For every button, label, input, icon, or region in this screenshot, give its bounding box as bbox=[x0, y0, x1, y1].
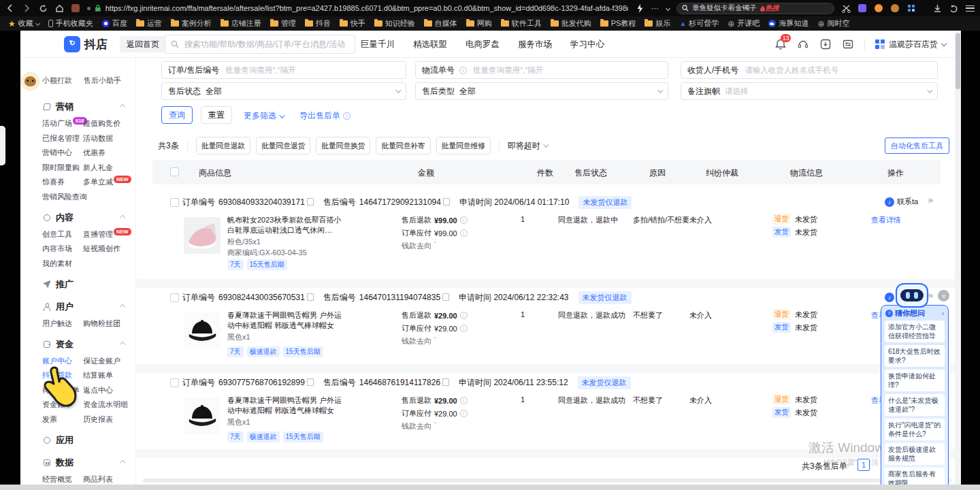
batch-button-批量同意退货[interactable]: 批量同意退货 bbox=[256, 137, 310, 154]
filter-order-no-input[interactable] bbox=[224, 65, 399, 75]
reset-button[interactable]: 重置 bbox=[201, 106, 232, 124]
sidebar-section-内容[interactable]: 内容 bbox=[20, 212, 135, 224]
bookmark-item[interactable]: PS教程 bbox=[600, 18, 636, 29]
batch-button-批量同意维修[interactable]: 批量同意维修 bbox=[436, 137, 491, 154]
scissors-icon[interactable] bbox=[841, 3, 851, 13]
batch-button-批量同意退款[interactable]: 批量同意退款 bbox=[196, 137, 250, 154]
copy-icon[interactable] bbox=[308, 380, 314, 386]
app-search[interactable] bbox=[165, 35, 355, 54]
money-flow-link[interactable]: 钱款去向ˆ bbox=[402, 241, 436, 251]
dog-extension-icon[interactable] bbox=[890, 3, 900, 13]
copy-icon[interactable] bbox=[444, 380, 449, 386]
sidebar-item-多单立减[interactable]: 多单立减NEW bbox=[83, 178, 135, 186]
bookmark-item[interactable]: ⊕阅时空 bbox=[817, 18, 849, 29]
chevron-right-icon[interactable]: › bbox=[942, 310, 944, 317]
nav-item-精选联盟[interactable]: 精选联盟 bbox=[413, 39, 447, 50]
order-checkbox[interactable] bbox=[170, 198, 179, 207]
bookmark-item[interactable]: ★收藏 bbox=[8, 18, 39, 29]
orange-extension-icon[interactable] bbox=[874, 3, 883, 13]
sidebar-item-活动广场[interactable]: 活动广场618 bbox=[42, 119, 83, 128]
app-search-input[interactable] bbox=[183, 39, 349, 50]
assistant-question[interactable]: 添加官方小二微信获得经营指导 bbox=[885, 321, 945, 342]
sidebar-item-small-payment[interactable]: 小额打款 bbox=[42, 76, 72, 86]
bookmark-item[interactable]: ⊕开课吧 bbox=[728, 18, 760, 29]
nav-item-服务市场[interactable]: 服务市场 bbox=[518, 39, 552, 50]
assistant-question[interactable]: 什么是"未发货极速退款"? bbox=[885, 394, 945, 416]
contact-buyer-link[interactable]: ♪联系ta bbox=[885, 197, 918, 207]
view-details-link[interactable]: 查看详情 bbox=[871, 215, 901, 225]
filter-tracking-no[interactable]: 物流单号 i bbox=[415, 61, 668, 79]
sidebar-section-应用[interactable]: 应用 bbox=[20, 434, 135, 446]
browser-search[interactable]: 章鱼疑似卡着金镯子 热搜 bbox=[676, 3, 834, 14]
lightning-icon[interactable] bbox=[635, 3, 644, 13]
grid-extension-icon[interactable] bbox=[906, 3, 916, 13]
sidebar-section-资金[interactable]: 资金 bbox=[20, 338, 135, 350]
undo-icon[interactable] bbox=[949, 3, 958, 13]
sidebar-section-推广[interactable]: 推广 bbox=[20, 278, 135, 291]
download-center-icon[interactable] bbox=[819, 38, 832, 50]
sidebar-item-营销风险查询[interactable]: 营销风险查询 bbox=[42, 193, 83, 201]
store-switcher[interactable]: 温观莎百店货 bbox=[875, 39, 946, 50]
sidebar-item-账户中心[interactable]: 账户中心 bbox=[42, 357, 83, 365]
bookmark-item[interactable]: 网购 bbox=[466, 18, 492, 29]
sidebar-item-营销中心[interactable]: 营销中心 bbox=[42, 148, 83, 157]
sidebar-item-保证金账户[interactable]: 保证金账户 bbox=[83, 357, 135, 365]
bookmark-item[interactable]: 案例分析 bbox=[171, 18, 212, 29]
nav-item-巨量千川[interactable]: 巨量千川 bbox=[361, 39, 395, 50]
sidebar-item-aftersale-helper[interactable]: 售后小助手 bbox=[84, 76, 121, 86]
filter-aftersale-status-select[interactable]: 售后状态 全部 bbox=[161, 82, 406, 100]
money-flow-link[interactable]: 钱款去向ˆ bbox=[402, 421, 436, 431]
sidebar-item-历史报表[interactable]: 历史报表 bbox=[83, 415, 135, 424]
purple-extension-icon[interactable] bbox=[858, 3, 867, 13]
bookmark-item[interactable]: 自媒体 bbox=[424, 18, 457, 29]
order-checkbox[interactable] bbox=[170, 378, 179, 387]
close-icon[interactable]: × bbox=[938, 290, 949, 301]
sidebar-section-数据[interactable]: 数据 bbox=[20, 457, 135, 469]
mascot-assistant-icon[interactable] bbox=[21, 72, 39, 91]
pager-prev-icon[interactable]: ‹ bbox=[847, 460, 849, 470]
money-flow-link[interactable]: 钱款去向ˆ bbox=[402, 336, 436, 346]
chevron-down-icon[interactable] bbox=[666, 5, 670, 10]
bookmark-item[interactable]: 娱乐 bbox=[644, 18, 670, 29]
sidebar-item-已报名管理[interactable]: 已报名管理 bbox=[42, 134, 83, 143]
sidebar-item-经营概览[interactable]: 经营概览 bbox=[42, 475, 83, 484]
assistant-question[interactable]: 发货后极速退款服务规范 bbox=[885, 443, 945, 465]
download-icon[interactable] bbox=[932, 3, 942, 13]
auto-aftersale-tool-button[interactable]: 自动化售后工具 bbox=[885, 137, 949, 154]
customer-service-icon[interactable] bbox=[797, 38, 809, 50]
extension-icon[interactable] bbox=[71, 3, 80, 13]
filter-aftersale-type-select[interactable]: 售后类型 全部 bbox=[415, 82, 668, 100]
copy-icon[interactable] bbox=[308, 199, 314, 206]
sidebar-item-惊喜券[interactable]: 惊喜券 bbox=[42, 178, 83, 186]
select-all-checkbox[interactable] bbox=[170, 167, 179, 176]
bookmark-item[interactable]: 店铺注册 bbox=[220, 18, 261, 29]
flag-icon[interactable]: ⚑ bbox=[927, 197, 934, 206]
bookmark-item[interactable]: 快手 bbox=[340, 18, 365, 29]
more-icon[interactable]: ⋯ bbox=[651, 4, 659, 13]
assistant-robot-avatar[interactable] bbox=[896, 283, 928, 308]
sidebar-item-内容市场[interactable]: 内容市场 bbox=[42, 244, 83, 253]
forward-icon[interactable] bbox=[22, 3, 31, 13]
workbench-icon[interactable] bbox=[842, 38, 854, 50]
sidebar-item-返点中心[interactable]: 返点中心 bbox=[83, 386, 135, 395]
copy-icon[interactable] bbox=[308, 295, 314, 301]
sidebar-item-发票[interactable]: 发票 bbox=[42, 415, 83, 424]
sidebar-item-优惠券[interactable]: 优惠券 bbox=[83, 148, 135, 157]
app-logo[interactable]: 抖店 bbox=[64, 36, 108, 52]
sidebar-item-直播管理[interactable]: 直播管理NEW bbox=[83, 230, 135, 239]
sidebar-item-我的素材[interactable]: 我的素材 bbox=[42, 259, 83, 268]
page-scrollbar[interactable] bbox=[955, 31, 961, 490]
export-link[interactable]: 导出售后单i bbox=[299, 110, 350, 122]
horizontal-scrollbar[interactable] bbox=[143, 478, 951, 483]
sidebar-section-营销[interactable]: 营销 bbox=[20, 101, 135, 113]
copy-icon[interactable] bbox=[444, 199, 450, 206]
back-icon[interactable] bbox=[5, 3, 15, 13]
scrollbar-thumb[interactable] bbox=[956, 33, 960, 89]
nav-item-电商罗盘[interactable]: 电商罗盘 bbox=[466, 39, 500, 50]
sidebar-item-商品列表[interactable]: 商品列表 bbox=[83, 475, 135, 484]
copy-icon[interactable] bbox=[444, 295, 449, 301]
sidebar-item-结算账单[interactable]: 结算账单 bbox=[83, 371, 135, 380]
sidebar-item-创意工具[interactable]: 创意工具 bbox=[42, 230, 83, 239]
sidebar-item-新人礼金[interactable]: 新人礼金 bbox=[83, 163, 135, 172]
filter-receiver-input[interactable] bbox=[743, 65, 931, 75]
